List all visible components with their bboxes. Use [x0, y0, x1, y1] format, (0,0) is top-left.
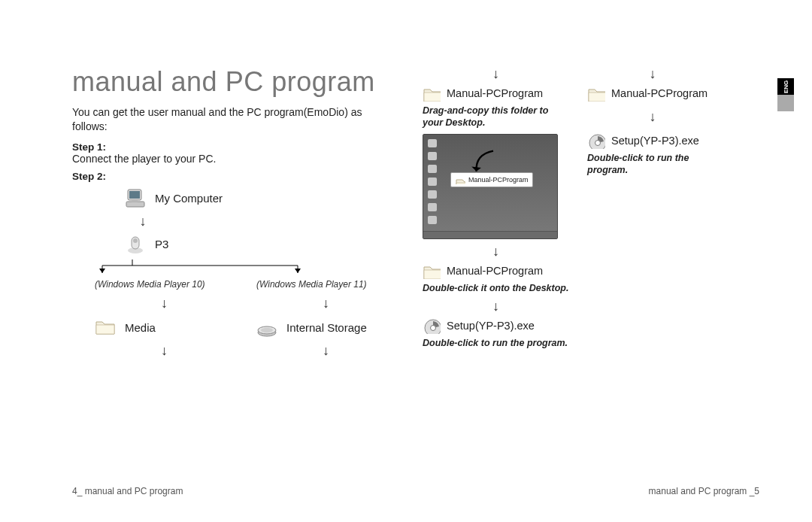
folder-icon [587, 85, 605, 102]
wmp10-note: (Windows Media Player 10) [95, 279, 234, 290]
manual-pcprogram-label: Manual-PCProgram [611, 87, 707, 99]
internal-storage-label: Internal Storage [286, 321, 367, 334]
step1-text: Connect the player to your PC. [72, 153, 395, 165]
footer-right: manual and PC program _5 [649, 486, 759, 496]
arrow-down-icon: ↓ [95, 343, 234, 359]
desktop-screenshot: Manual-PCProgram [423, 134, 558, 239]
device-icon [125, 234, 147, 255]
footer-left: 4_ manual and PC program [72, 486, 183, 496]
language-code: ENG [777, 78, 794, 95]
setup-exe-label: Setup(YP-P3).exe [447, 320, 535, 332]
arrow-down-icon: ↓ [423, 244, 569, 259]
computer-icon [125, 188, 147, 209]
step2-label: Step 2: [72, 171, 395, 182]
svg-marker-16 [99, 269, 105, 273]
double-click-run-instruction: Double-click to run the program. [587, 152, 718, 177]
arrow-down-icon: ↓ [95, 296, 234, 311]
page-title: manual and PC program [72, 66, 395, 98]
setup-exe-icon [587, 132, 605, 149]
my-computer-label: My Computer [155, 192, 223, 205]
setup-exe-icon [423, 317, 441, 334]
drive-icon [256, 317, 279, 338]
manual-pcprogram-label: Manual-PCProgram [447, 87, 543, 99]
double-click-desktop-instruction: Double-click it onto the Desktop. [423, 282, 569, 294]
device-label: P3 [155, 238, 168, 250]
manual-pcprogram-label: Manual-PCProgram [447, 265, 543, 277]
drag-arrow-icon [468, 150, 506, 180]
double-click-run-instruction: Double-click to run the program. [423, 337, 569, 349]
arrow-down-icon: ↓ [587, 66, 718, 82]
media-folder-label: Media [125, 321, 156, 334]
arrow-down-icon: ↓ [587, 109, 718, 125]
setup-exe-label: Setup(YP-P3).exe [611, 135, 699, 147]
arrow-down-icon: ↓ [423, 299, 569, 314]
svg-marker-18 [471, 166, 481, 171]
arrow-down-icon: ↓ [256, 296, 395, 311]
folder-icon [423, 85, 441, 102]
branch-connector [87, 259, 358, 279]
arrow-down-icon: ↓ [256, 343, 395, 359]
intro-text: You can get the user manual and the PC p… [72, 105, 395, 134]
arrow-down-icon: ↓ [423, 66, 569, 82]
svg-marker-17 [295, 269, 301, 273]
language-tab: ENG [777, 78, 794, 111]
drag-copy-instruction: Drag-and-copy this folder to your Deskto… [423, 105, 569, 129]
wmp11-note: (Windows Media Player 11) [256, 279, 395, 290]
folder-icon [423, 263, 441, 279]
folder-icon [95, 317, 117, 338]
step1-label: Step 1: [72, 141, 395, 153]
arrow-down-icon: ↓ [132, 214, 153, 229]
